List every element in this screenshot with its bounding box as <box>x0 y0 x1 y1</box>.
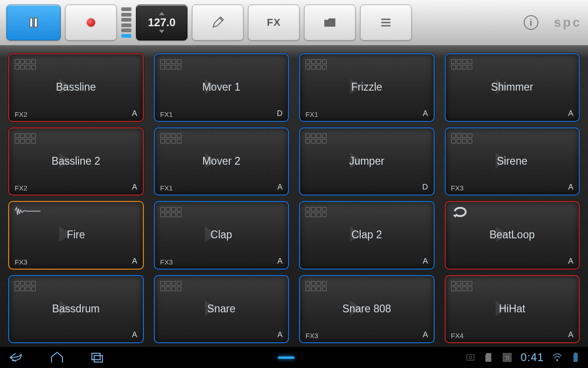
svg-rect-14 <box>575 353 577 354</box>
pad-label: Fire <box>9 229 143 241</box>
pad-bassline-2[interactable]: Bassline 2FX2A <box>8 127 144 196</box>
svg-rect-6 <box>92 353 100 360</box>
record-button[interactable] <box>65 5 117 40</box>
pad-grid-container: BasslineFX2AMover 1FX1DFrizzleFX1AShimme… <box>0 46 588 347</box>
pad-bassline[interactable]: BasslineFX2A <box>8 53 144 122</box>
fx-button[interactable]: FX <box>248 5 300 40</box>
pad-frizzle[interactable]: FrizzleFX1A <box>299 53 435 122</box>
wave-icon <box>15 207 42 218</box>
play-pause-button[interactable] <box>6 5 61 40</box>
notification-handle[interactable] <box>278 356 294 359</box>
list-button[interactable] <box>360 5 412 40</box>
svg-text:Ti: Ti <box>505 355 509 361</box>
pad-label: HiHat <box>446 303 579 315</box>
pad-label: Jumper <box>300 155 434 167</box>
pad-snare[interactable]: SnareA <box>154 275 289 344</box>
pause-icon <box>26 15 41 30</box>
pad-fx-label: FX1 <box>305 110 318 118</box>
pad-hihat[interactable]: HiHatFX4A <box>445 275 580 344</box>
pad-bank-label: A <box>132 109 137 118</box>
status-tray: Ti 0:41 <box>465 351 581 364</box>
pad-clap-2[interactable]: Clap 2A <box>299 201 435 270</box>
grid-icon <box>160 281 188 292</box>
pad-bank-label: D <box>277 109 283 118</box>
pad-fx-label: FX4 <box>451 332 464 339</box>
pad-jumper[interactable]: JumperD <box>299 127 435 196</box>
svg-rect-1 <box>34 18 37 27</box>
pad-bank-label: A <box>568 330 573 339</box>
pad-fx-label: FX1 <box>160 184 173 192</box>
bpm-stepper[interactable]: 127.0 <box>136 5 187 40</box>
back-button[interactable] <box>7 351 26 364</box>
pad-label: Clap 2 <box>300 229 434 241</box>
battery-icon <box>571 352 581 362</box>
recents-icon <box>88 351 107 364</box>
pad-bank-label: A <box>277 183 283 192</box>
clock: 0:41 <box>520 351 544 364</box>
folder-button[interactable] <box>304 5 356 40</box>
pad-shimmer[interactable]: ShimmerA <box>445 53 580 122</box>
grid-icon <box>160 207 188 218</box>
pad-label: Shimmer <box>446 81 579 93</box>
pad-label: Frizzle <box>300 81 434 93</box>
pad-label: Bassdrum <box>9 303 143 315</box>
pad-bank-label: D <box>422 183 428 192</box>
record-icon <box>87 18 95 27</box>
recents-button[interactable] <box>88 351 107 364</box>
pad-sirene[interactable]: SireneFX3A <box>445 127 580 196</box>
toolbar: 127.0 FX i spc <box>0 0 588 46</box>
pad-label: Mover 2 <box>155 155 288 167</box>
back-icon <box>7 351 26 364</box>
pad-snare-808[interactable]: Snare 808FX3A <box>299 275 435 344</box>
android-navbar: Ti 0:41 <box>0 347 588 368</box>
folder-icon <box>322 15 337 30</box>
pad-label: Clap <box>155 229 288 241</box>
grid-icon <box>160 59 188 70</box>
grid-icon <box>305 133 333 144</box>
home-icon <box>48 351 66 364</box>
pad-fire[interactable]: FireFX3A <box>8 201 144 270</box>
pad-fx-label: FX3 <box>305 332 318 339</box>
pad-fx-label: FX2 <box>15 110 28 118</box>
grid-icon <box>305 207 333 218</box>
pad-label: Bassline <box>9 81 143 93</box>
fx-label: FX <box>267 17 281 29</box>
info-button[interactable]: i <box>524 15 538 30</box>
grid-icon <box>451 59 479 70</box>
pad-mover-2[interactable]: Mover 2FX1A <box>154 127 289 196</box>
sd-card-icon <box>484 352 494 362</box>
grid-icon <box>305 59 333 70</box>
pad-mover-1[interactable]: Mover 1FX1D <box>154 53 289 122</box>
bpm-value: 127.0 <box>148 16 175 29</box>
screenshot-icon <box>465 352 475 362</box>
grid-icon <box>451 281 479 292</box>
pad-label: Snare <box>155 303 288 315</box>
pad-fx-label: FX1 <box>160 110 173 118</box>
level-meter[interactable] <box>121 5 131 40</box>
pad-bank-label: A <box>568 109 573 118</box>
pad-label: Bassline 2 <box>9 155 143 167</box>
grid-icon <box>15 59 42 70</box>
info-icon: i <box>530 17 532 28</box>
svg-rect-8 <box>467 355 474 360</box>
grid-icon <box>305 281 333 292</box>
pad-bank-label: A <box>277 330 283 339</box>
wifi-icon <box>552 352 562 362</box>
pad-label: Snare 808 <box>300 303 434 315</box>
pencil-icon <box>210 15 225 30</box>
chevron-up-icon <box>159 12 164 15</box>
grid-icon <box>15 281 42 292</box>
list-icon <box>379 15 393 30</box>
edit-button[interactable] <box>192 5 243 40</box>
svg-rect-0 <box>30 18 33 27</box>
titanium-icon: Ti <box>502 352 512 362</box>
pad-fx-label: FX3 <box>160 258 173 266</box>
svg-rect-13 <box>574 354 577 362</box>
pad-bank-label: A <box>277 257 283 266</box>
pad-beatloop[interactable]: BeatLoopA <box>445 201 580 270</box>
pad-bassdrum[interactable]: BassdrumA <box>8 275 144 344</box>
svg-rect-7 <box>94 356 102 362</box>
pad-clap[interactable]: ClapFX3A <box>154 201 289 270</box>
grid-icon <box>15 133 42 144</box>
home-button[interactable] <box>48 351 66 364</box>
